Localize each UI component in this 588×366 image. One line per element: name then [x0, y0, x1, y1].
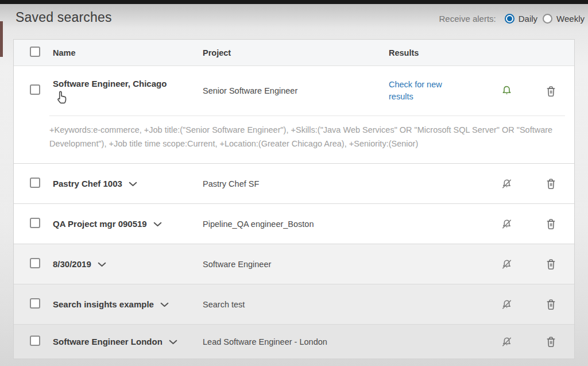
- project-name: Pastry Chef SF: [203, 179, 389, 188]
- receive-alerts-label: Receive alerts:: [439, 14, 496, 24]
- saved-searches-table: Name Project Results Software Engineer, …: [13, 39, 575, 359]
- table-header-row: Name Project Results: [14, 40, 574, 66]
- chevron-down-icon[interactable]: [153, 222, 162, 227]
- row-checkbox[interactable]: [30, 258, 40, 268]
- radio-daily-icon[interactable]: [505, 14, 514, 24]
- row-checkbox[interactable]: [30, 218, 40, 228]
- saved-search-row: Software Engineer London Lead Software E…: [14, 324, 574, 359]
- saved-search-name[interactable]: Software Engineer London: [53, 337, 163, 346]
- saved-search-name[interactable]: 8/30/2019: [53, 259, 91, 269]
- table-body: Software Engineer, Chicago Senior Softwa…: [14, 66, 574, 359]
- trash-icon[interactable]: [545, 177, 557, 190]
- bell-alert-muted-icon[interactable]: [500, 217, 513, 231]
- bell-alert-muted-icon[interactable]: [500, 298, 513, 311]
- row-checkbox[interactable]: [30, 84, 40, 95]
- bell-alert-muted-icon[interactable]: [500, 335, 513, 349]
- saved-search-name[interactable]: Pastry Chef 1003: [53, 179, 122, 188]
- bell-alert-muted-icon[interactable]: [500, 257, 513, 271]
- radio-weekly-label: Weekly: [556, 14, 585, 24]
- trash-icon[interactable]: [545, 217, 557, 230]
- page-background: Saved searches Receive alerts: Daily Wee…: [0, 4, 588, 366]
- radio-daily-label: Daily: [519, 14, 537, 24]
- radio-option-weekly[interactable]: Weekly: [543, 14, 585, 24]
- row-checkbox[interactable]: [30, 336, 40, 346]
- saved-search-row: Pastry Chef 1003 Pastry Chef SF: [14, 163, 574, 203]
- receive-alerts-group: Receive alerts: Daily Weekly: [439, 14, 585, 24]
- project-name: Pipeline_QA engineer_Boston: [203, 219, 389, 229]
- row-checkbox[interactable]: [30, 298, 40, 309]
- trash-icon[interactable]: [545, 257, 557, 271]
- column-header-project: Project: [203, 48, 389, 57]
- select-all-checkbox[interactable]: [30, 47, 40, 57]
- search-query-text: +Keywords:e-commerce, +Job title:("Senio…: [49, 115, 565, 163]
- column-header-results: Results: [389, 48, 475, 57]
- chevron-down-icon[interactable]: [129, 182, 137, 187]
- check-new-results-link[interactable]: Check for new results: [389, 79, 458, 103]
- chevron-down-icon[interactable]: [160, 302, 169, 307]
- saved-search-name[interactable]: Search insights example: [53, 299, 154, 309]
- trash-icon[interactable]: [545, 335, 557, 348]
- column-header-name: Name: [53, 48, 203, 57]
- hand-cursor-icon: [54, 89, 69, 105]
- saved-search-row: Search insights example Search test: [14, 284, 574, 324]
- saved-search-row: 8/30/2019 Software Engineer: [14, 244, 574, 284]
- chevron-down-icon[interactable]: [98, 262, 106, 267]
- page-title: Saved searches: [16, 10, 112, 25]
- bell-alert-on-icon[interactable]: [500, 84, 513, 98]
- top-black-strip: [0, 0, 588, 4]
- project-name: Search test: [203, 300, 389, 309]
- screen-edge-artifact: [0, 21, 3, 57]
- saved-search-row: Software Engineer, Chicago Senior Softwa…: [14, 66, 574, 115]
- saved-search-name[interactable]: Software Engineer, Chicago: [53, 79, 167, 88]
- saved-search-row: QA Project mgr 090519 Pipeline_QA engine…: [14, 203, 574, 244]
- row-checkbox[interactable]: [30, 178, 40, 188]
- project-name: Senior Software Engineer: [203, 86, 389, 95]
- trash-icon[interactable]: [545, 84, 557, 98]
- saved-search-name[interactable]: QA Project mgr 090519: [53, 219, 147, 229]
- bell-alert-muted-icon[interactable]: [500, 177, 513, 191]
- radio-option-daily[interactable]: Daily: [505, 14, 537, 24]
- saved-search-row-with-query: Software Engineer, Chicago Senior Softwa…: [14, 66, 574, 163]
- chevron-down-icon[interactable]: [169, 340, 177, 345]
- radio-weekly-icon[interactable]: [543, 14, 552, 24]
- trash-icon[interactable]: [545, 298, 557, 311]
- project-name: Software Engineer: [203, 260, 389, 269]
- project-name: Lead Software Engineer - London: [203, 337, 389, 346]
